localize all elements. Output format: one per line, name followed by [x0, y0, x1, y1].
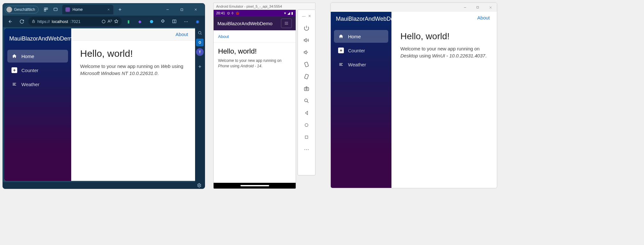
status-notif-icon: ⊙: [227, 11, 230, 15]
desktop-welcome-text: Welcome to your new app running on Deskt…: [400, 45, 488, 59]
desktop-nav-weather[interactable]: Weather: [334, 58, 388, 71]
emu-rotate-right-icon[interactable]: [300, 71, 313, 83]
app-sidebar: MauiBlazorAndWebDemo Home + Counter Weat…: [4, 28, 71, 181]
emulator-toolbar: — ✕ ⋯: [298, 10, 315, 175]
desktop-page-title: Hello, world!: [400, 31, 488, 41]
new-tab-button[interactable]: +: [116, 7, 124, 12]
android-app-header: MauiBlazorAndWebDemo: [214, 16, 296, 30]
emu-more-icon[interactable]: ⋯: [300, 143, 313, 155]
emu-minimize-icon[interactable]: —: [302, 14, 306, 18]
settings-icon[interactable]: [197, 183, 201, 188]
android-page-title: Hello, world!: [218, 47, 291, 56]
desktop-close-button[interactable]: [484, 3, 497, 12]
emu-screenshot-icon[interactable]: [300, 83, 313, 95]
tracking-icon[interactable]: [102, 19, 106, 24]
nav-weather-label: Weather: [21, 82, 39, 87]
browser-tab-active[interactable]: Home: [62, 5, 113, 14]
desktop-nav-home[interactable]: Home: [334, 30, 388, 43]
desktop-about-link[interactable]: About: [477, 15, 490, 20]
desktop-nav-weather-label: Weather: [348, 62, 366, 67]
minimize-button[interactable]: [161, 5, 174, 14]
emu-volume-down-icon[interactable]: [300, 46, 313, 58]
nav-counter-label: Counter: [21, 68, 38, 73]
svg-point-8: [198, 31, 201, 34]
sidebar-add-icon[interactable]: +: [196, 63, 204, 71]
svg-rect-17: [477, 6, 479, 8]
ext-1-icon[interactable]: ▮: [124, 17, 133, 26]
desktop-maximize-button[interactable]: [471, 3, 484, 12]
svg-point-15: [305, 123, 308, 126]
desktop-nav-counter-label: Counter: [348, 48, 365, 53]
browser-toolbar: https://localhost:7021 A)) ▮ ◆ ⬣ ⋯ ◉: [3, 16, 205, 27]
maximize-button[interactable]: [175, 5, 188, 14]
svg-rect-1: [46, 8, 48, 10]
browser-window: Geschäftlich Home + https://localhost:70…: [3, 3, 205, 189]
android-brand: MauiBlazorAndWebDemo: [217, 21, 272, 26]
ext-2-icon[interactable]: ◆: [136, 17, 144, 26]
svg-point-9: [199, 185, 200, 186]
about-link[interactable]: About: [176, 32, 188, 37]
copilot-icon[interactable]: ◉: [193, 17, 201, 26]
edge-sidebar: O T +: [195, 27, 205, 182]
nav-home[interactable]: Home: [7, 50, 68, 63]
desktop-nav-counter[interactable]: + Counter: [334, 44, 388, 57]
more-menu-icon[interactable]: ⋯: [182, 17, 190, 26]
split-screen-icon[interactable]: [170, 17, 178, 26]
android-about-link[interactable]: About: [218, 34, 229, 39]
emulator-window-title: Android Emulator - pixel_5_-_api_34:5554: [213, 3, 315, 10]
android-gesture-bar[interactable]: [214, 183, 296, 189]
browser-footer: [3, 182, 205, 189]
status-wifi-icon: ▾: [284, 11, 286, 15]
emu-overview-icon[interactable]: [300, 131, 313, 143]
list-icon: [338, 61, 344, 68]
svg-rect-4: [181, 9, 183, 11]
status-signal-icon: ◢: [287, 11, 290, 15]
sidebar-teams-icon[interactable]: T: [196, 48, 204, 56]
desktop-window: MauiBlazorAndWebDemo Home + Counter Weat…: [330, 3, 497, 188]
close-window-button[interactable]: [189, 5, 202, 14]
svg-rect-0: [44, 8, 46, 10]
browser-titlebar: Geschäftlich Home +: [3, 4, 205, 16]
android-topbar: About: [214, 30, 296, 43]
emu-volume-up-icon[interactable]: [300, 34, 313, 46]
browser-profile-switch[interactable]: Geschäftlich: [5, 6, 39, 13]
svg-point-13: [306, 88, 307, 90]
tab-favicon: [65, 7, 70, 12]
browser-viewport: MauiBlazorAndWebDemo Home + Counter Weat…: [4, 28, 195, 181]
favorite-icon[interactable]: [114, 19, 118, 24]
desktop-minimize-button[interactable]: [458, 3, 471, 12]
url-host: localhost: [52, 19, 68, 24]
emu-rotate-left-icon[interactable]: [300, 58, 313, 71]
back-button[interactable]: [6, 17, 14, 26]
tab-actions-icon[interactable]: [51, 5, 60, 14]
svg-rect-2: [44, 10, 46, 11]
tab-close-icon[interactable]: [107, 8, 110, 11]
read-aloud-icon[interactable]: A)): [108, 19, 112, 24]
emu-home-icon[interactable]: [300, 119, 313, 131]
profile-label: Geschäftlich: [14, 7, 35, 12]
app-brand: MauiBlazorAndWebDemo: [4, 31, 71, 48]
emu-power-icon[interactable]: [300, 22, 313, 34]
hamburger-menu-button[interactable]: [281, 19, 292, 28]
emu-back-icon[interactable]: [300, 107, 313, 119]
emu-zoom-icon[interactable]: [300, 95, 313, 107]
desktop-sidebar: MauiBlazorAndWebDemo Home + Counter Weat…: [331, 12, 391, 188]
ext-3-icon[interactable]: ⬣: [147, 17, 155, 26]
sidebar-search-icon[interactable]: [196, 29, 204, 37]
refresh-button[interactable]: [18, 17, 26, 26]
avatar: [6, 7, 12, 12]
nav-counter[interactable]: + Counter: [7, 64, 68, 77]
welcome-text: Welcome to your new app running on Web u…: [80, 63, 186, 77]
address-bar[interactable]: https://localhost:7021 A)): [28, 17, 122, 26]
emu-close-icon[interactable]: ✕: [308, 14, 311, 18]
svg-rect-12: [304, 87, 309, 91]
url-port: :7021: [70, 19, 80, 24]
sidebar-outlook-icon[interactable]: O: [196, 39, 204, 46]
nav-weather[interactable]: Weather: [7, 78, 68, 91]
workspaces-icon[interactable]: [42, 5, 50, 14]
desktop-topbar: About: [391, 12, 497, 24]
nav-home-label: Home: [21, 54, 34, 59]
home-icon: [338, 33, 344, 40]
tab-title: Home: [72, 7, 83, 12]
extensions-icon[interactable]: [159, 17, 167, 26]
